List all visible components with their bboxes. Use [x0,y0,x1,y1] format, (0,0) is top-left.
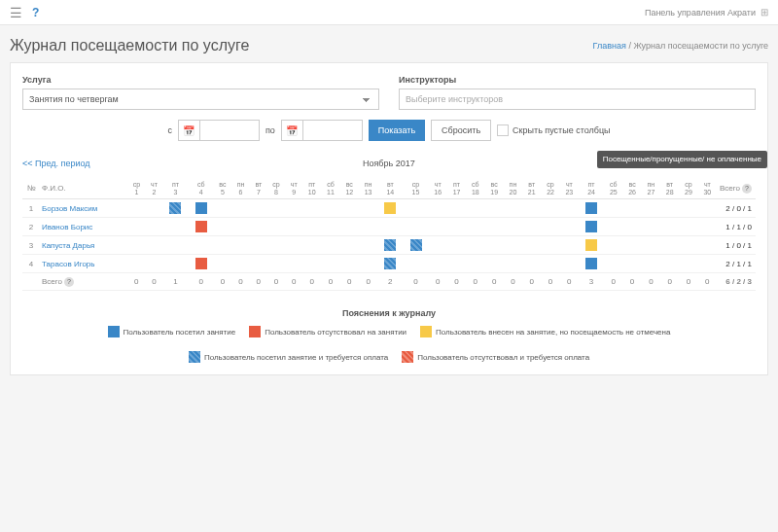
attendance-cell[interactable] [214,255,231,273]
attendance-cell[interactable] [579,218,604,236]
attendance-cell[interactable] [403,255,428,273]
attendance-cell[interactable] [377,236,403,255]
attendance-cell[interactable] [231,255,250,273]
attendance-cell[interactable] [359,199,377,218]
attendance-cell[interactable] [560,255,579,273]
menu-icon[interactable]: ☰ [10,5,22,20]
attendance-cell[interactable] [466,199,484,218]
attendance-cell[interactable] [679,199,697,218]
attendance-cell[interactable] [267,218,286,236]
attendance-cell[interactable] [604,236,622,255]
attendance-cell[interactable] [579,255,604,273]
attendance-cell[interactable] [698,255,717,273]
attendance-cell[interactable] [447,255,466,273]
attendance-cell[interactable] [231,236,250,255]
attendance-cell[interactable] [660,199,679,218]
attendance-cell[interactable] [642,255,660,273]
attendance-cell[interactable] [146,218,163,236]
attendance-cell[interactable] [660,236,679,255]
attendance-cell[interactable] [504,199,522,218]
attendance-cell[interactable] [231,199,250,218]
attendance-cell[interactable] [214,199,231,218]
attendance-cell[interactable] [429,218,447,236]
attendance-cell[interactable] [146,199,163,218]
attendance-cell[interactable] [267,236,286,255]
attendance-cell[interactable] [321,218,339,236]
attendance-cell[interactable] [302,255,321,273]
attendance-cell[interactable] [622,199,641,218]
attendance-cell[interactable] [162,255,188,273]
attendance-cell[interactable] [231,218,250,236]
user-link[interactable]: Иванов Борис [42,223,92,231]
attendance-cell[interactable] [250,199,267,218]
attendance-cell[interactable] [359,255,377,273]
attendance-cell[interactable] [447,199,466,218]
attendance-cell[interactable] [541,236,559,255]
attendance-cell[interactable] [560,236,579,255]
attendance-cell[interactable] [146,255,163,273]
date-from-input[interactable] [200,121,259,140]
attendance-cell[interactable] [302,199,321,218]
help-icon[interactable]: ? [32,6,39,19]
attendance-cell[interactable] [214,218,231,236]
attendance-cell[interactable] [250,255,267,273]
calendar-icon[interactable]: 📅 [282,121,303,140]
attendance-cell[interactable] [321,236,339,255]
attendance-cell[interactable] [622,236,641,255]
reset-button[interactable]: Сбросить [431,120,491,141]
attendance-cell[interactable] [560,218,579,236]
attendance-cell[interactable] [504,255,522,273]
attendance-cell[interactable] [604,255,622,273]
attendance-cell[interactable] [660,255,679,273]
attendance-cell[interactable] [698,236,717,255]
attendance-cell[interactable] [429,236,447,255]
attendance-cell[interactable] [642,236,660,255]
prev-period-link[interactable]: << Пред. период [22,159,90,168]
attendance-cell[interactable] [622,218,641,236]
attendance-cell[interactable] [214,236,231,255]
attendance-cell[interactable] [466,236,484,255]
attendance-cell[interactable] [484,255,503,273]
attendance-cell[interactable] [403,236,428,255]
attendance-cell[interactable] [359,236,377,255]
attendance-cell[interactable] [285,218,302,236]
attendance-cell[interactable] [679,255,697,273]
attendance-cell[interactable] [484,218,503,236]
attendance-cell[interactable] [466,218,484,236]
attendance-cell[interactable] [162,236,188,255]
attendance-cell[interactable] [146,236,163,255]
attendance-cell[interactable] [250,236,267,255]
attendance-cell[interactable] [698,199,717,218]
attendance-cell[interactable] [302,218,321,236]
attendance-cell[interactable] [285,199,302,218]
attendance-cell[interactable] [522,236,541,255]
attendance-cell[interactable] [679,236,697,255]
calendar-icon[interactable]: 📅 [179,121,200,140]
attendance-cell[interactable] [285,255,302,273]
attendance-cell[interactable] [403,199,428,218]
attendance-cell[interactable] [189,199,214,218]
attendance-cell[interactable] [340,218,359,236]
attendance-cell[interactable] [321,199,339,218]
attendance-cell[interactable] [321,255,339,273]
date-to-input[interactable] [303,121,362,140]
attendance-cell[interactable] [579,199,604,218]
attendance-cell[interactable] [447,218,466,236]
attendance-cell[interactable] [522,218,541,236]
hide-empty-checkbox[interactable]: Скрыть пустые столбцы [497,124,610,136]
attendance-cell[interactable] [579,236,604,255]
attendance-cell[interactable] [447,236,466,255]
attendance-cell[interactable] [127,199,146,218]
attendance-cell[interactable] [340,255,359,273]
attendance-cell[interactable] [267,199,286,218]
attendance-cell[interactable] [541,199,559,218]
attendance-cell[interactable] [522,255,541,273]
attendance-cell[interactable] [285,236,302,255]
attendance-cell[interactable] [642,218,660,236]
attendance-cell[interactable] [162,218,188,236]
service-select[interactable]: Занятия по четвергам [22,89,379,110]
attendance-cell[interactable] [604,199,622,218]
attendance-cell[interactable] [504,218,522,236]
attendance-cell[interactable] [484,199,503,218]
attendance-cell[interactable] [340,236,359,255]
